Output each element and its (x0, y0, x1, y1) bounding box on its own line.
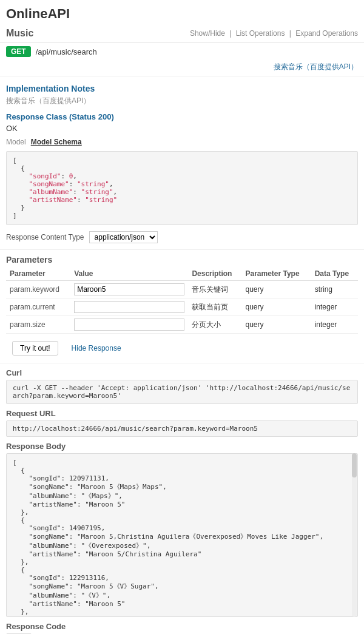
content-type-label: Response Content Type (6, 233, 84, 241)
param-value-current (70, 298, 188, 316)
music-title: Music (6, 28, 33, 39)
request-url-title: Request URL (6, 409, 358, 420)
music-section-header: Music Show/Hide | List Operations | Expa… (0, 25, 364, 42)
response-code-title: Response Code (6, 622, 358, 633)
table-row: param.current 获取当前页 query integer (6, 298, 358, 316)
content-type-row: Response Content Type application/json (0, 228, 364, 247)
divider1 (0, 76, 364, 76)
response-code-section: Response Code 200 (0, 619, 364, 634)
param-type-keyword: query (241, 281, 311, 298)
content-type-select[interactable]: application/json (89, 231, 158, 243)
divider3 (0, 363, 364, 363)
parameters-table: Parameter Value Description Parameter Ty… (6, 267, 358, 334)
curl-title: Curl (6, 368, 358, 380)
table-row: param.size 分页大小 query integer (6, 316, 358, 334)
param-name-keyword: param.keyword (6, 281, 70, 298)
table-row: param.keyword 音乐关键词 query string (6, 281, 358, 298)
param-dtype-current: integer (311, 298, 358, 316)
param-name-size: param.size (6, 316, 70, 334)
hide-response-link[interactable]: Hide Response (72, 344, 121, 352)
param-dtype-keyword: string (311, 281, 358, 298)
search-link-row: 搜索音乐（百度提供API） (0, 61, 364, 73)
implementation-note: 搜索音乐（百度提供API） (0, 96, 364, 110)
param-input-size[interactable] (74, 319, 184, 331)
response-body-container: [ { "songId": 120971131, "songName": "Ma… (6, 453, 358, 617)
request-url-section: Request URL http://localhost:24666/api/m… (0, 406, 364, 439)
param-value-keyword (70, 281, 188, 298)
divider2 (0, 249, 364, 250)
params-table-body: param.keyword 音乐关键词 query string param.c… (6, 281, 358, 334)
endpoint-row: GET /api/music/search (0, 42, 364, 61)
col-param-type: Parameter Type (241, 267, 311, 281)
scrollbar-thumb (352, 453, 357, 477)
param-name-current: param.current (6, 298, 70, 316)
params-table-header: Parameter Value Description Parameter Ty… (6, 267, 358, 281)
request-url-value: http://localhost:24666/api/music/search?… (6, 420, 358, 437)
col-description: Description (188, 267, 241, 281)
param-input-keyword[interactable] (74, 283, 184, 295)
list-operations-link[interactable]: List Operations (236, 29, 285, 38)
param-type-current: query (241, 298, 311, 316)
param-desc-current: 获取当前页 (188, 298, 241, 316)
col-value: Value (70, 267, 188, 281)
separator2: | (289, 29, 293, 38)
schema-tabs: Model Model Schema (0, 137, 364, 149)
param-type-size: query (241, 316, 311, 334)
scrollbar-indicator (352, 453, 357, 617)
separator1: | (229, 29, 233, 38)
method-badge: GET (6, 46, 31, 57)
curl-section: Curl curl -X GET --header 'Accept: appli… (0, 366, 364, 406)
param-dtype-size: integer (311, 316, 358, 334)
endpoint-path: /api/music/search (36, 47, 97, 56)
app-title: OnlineAPI (0, 0, 364, 25)
implementation-notes-title: Implementation Notes (0, 79, 364, 96)
parameters-title: Parameters (0, 252, 364, 267)
param-value-size (70, 316, 188, 334)
music-controls: Show/Hide | List Operations | Expand Ope… (190, 29, 358, 38)
param-input-current[interactable] (74, 301, 184, 313)
expand-operations-link[interactable]: Expand Operations (295, 29, 358, 38)
col-data-type: Data Type (311, 267, 358, 281)
schema-code: [ { "songId": 0, "songName": "string", "… (6, 151, 358, 225)
response-class-title: Response Class (Status 200) (0, 110, 364, 124)
search-api-link[interactable]: 搜索音乐（百度提供API） (274, 62, 358, 71)
response-body-inner[interactable]: [ { "songId": 120971131, "songName": "Ma… (6, 453, 358, 617)
param-desc-size: 分页大小 (188, 316, 241, 334)
response-body-title: Response Body (6, 442, 358, 453)
try-it-out-button[interactable]: Try it out! (12, 341, 58, 356)
show-hide-link[interactable]: Show/Hide (190, 29, 225, 38)
response-ok: OK (0, 124, 364, 137)
tab-model-schema[interactable]: Model Schema (31, 138, 82, 146)
response-body-section: Response Body [ { "songId": 120971131, "… (0, 439, 364, 619)
tab-model[interactable]: Model (6, 138, 26, 146)
curl-code: curl -X GET --header 'Accept: applicatio… (6, 380, 358, 404)
try-hide-row: Try it out! Hide Response (0, 334, 364, 360)
col-parameter: Parameter (6, 267, 70, 281)
param-desc-keyword: 音乐关键词 (188, 281, 241, 298)
